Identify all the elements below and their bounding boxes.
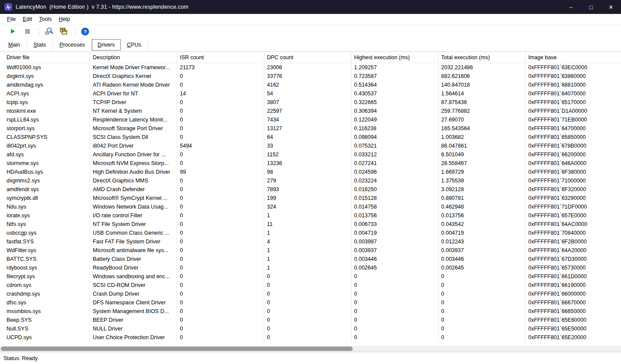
table-cell: 0.003937: [439, 246, 526, 255]
tab-stats[interactable]: Stats: [27, 38, 53, 51]
table-row[interactable]: dxgkrnl.sysDirectX Graphics Kernel033776…: [0, 72, 621, 81]
column-header-isr-count[interactable]: ISR count: [177, 52, 264, 63]
table-cell: Ntfs.sys: [0, 220, 90, 229]
table-cell: 0: [264, 281, 351, 290]
table-row[interactable]: fastfat.SYSFast FAT File System Driver04…: [0, 237, 621, 246]
table-row[interactable]: Ntfs.sysNT File System Driver0110.006733…: [0, 220, 621, 229]
column-header-dpc-count[interactable]: DPC count: [264, 52, 351, 63]
table-cell: 0: [177, 290, 264, 298]
menu-file[interactable]: File: [3, 15, 19, 23]
table-cell: 0.002645: [351, 263, 439, 272]
tab-cpus[interactable]: CPUs: [121, 38, 148, 51]
menu-tools[interactable]: Tools: [36, 15, 55, 23]
close-button[interactable]: ✕: [601, 0, 621, 14]
table-cell: 0: [177, 72, 264, 81]
table-cell: I/O rate control Filter: [90, 211, 177, 220]
table-row[interactable]: WdFilter.sysMicrosoft antimalware file s…: [0, 246, 621, 255]
table-cell: 0xFFFFF801`65850000: [526, 133, 621, 142]
table-cell: dxgmms2.sys: [0, 176, 90, 185]
maximize-button[interactable]: □: [581, 0, 601, 14]
table-row[interactable]: usbccgp.sysUSB Common Class Generic ...0…: [0, 229, 621, 237]
table-row[interactable]: HDAudBus.sysHigh Definition Audio Bus Dr…: [0, 168, 621, 176]
column-header-driver-file[interactable]: Driver file: [0, 52, 90, 63]
table-cell: Ancillary Function Driver for ...: [90, 150, 177, 159]
stop-monitor-button[interactable]: [21, 26, 34, 37]
table-row[interactable]: crashdmp.sysCrash Dump Driver00000xFFFFF…: [0, 290, 621, 298]
table-cell: 0: [264, 333, 351, 342]
minimize-button[interactable]: –: [561, 0, 581, 14]
start-monitor-button[interactable]: [6, 26, 19, 37]
listview-empty-space: [0, 342, 621, 346]
table-cell: 1152: [264, 150, 351, 159]
table-row[interactable]: symcryptk.dllMicrosoft® SymCrypt Kernel …: [0, 194, 621, 202]
table-cell: 28.558467: [439, 159, 526, 168]
tab-processes[interactable]: Processes: [53, 38, 92, 51]
app-icon: [4, 3, 12, 11]
table-row[interactable]: amdkmdag.sysATI Radeon Kernel Mode Drive…: [0, 81, 621, 89]
table-cell: 0.023224: [351, 176, 439, 185]
table-row[interactable]: CLASSPNP.SYSSCSI Class System Dll0640.09…: [0, 133, 621, 142]
table-row[interactable]: rspLLL64.sysResplendence Latency Monit..…: [0, 115, 621, 124]
table-cell: 0.122049: [351, 115, 439, 124]
table-row[interactable]: Ndu.sysWindows Network Data Usag...03240…: [0, 202, 621, 211]
column-header-highest-execution[interactable]: Highest execution (ms): [351, 52, 439, 63]
table-cell: 0.003937: [351, 246, 439, 255]
horizontal-scrollbar-thumb[interactable]: [1, 347, 353, 351]
column-header-total-execution[interactable]: Total execution (ms): [439, 52, 526, 63]
table-row[interactable]: filecrypt.sysWindows sandboxing and enc.…: [0, 272, 621, 281]
table-row[interactable]: amdfendr.sysAMD Crash Defender078930.016…: [0, 185, 621, 194]
table-row[interactable]: rdyboost.sysReadyBoost Driver010.0026450…: [0, 263, 621, 272]
tab-main[interactable]: Main: [2, 38, 27, 51]
table-cell: HDAudBus.sys: [0, 168, 90, 176]
report-windows-button[interactable]: [57, 26, 70, 37]
table-row[interactable]: dfsc.sysDFS Namespace Client Driver00000…: [0, 298, 621, 307]
column-header-description[interactable]: Description: [90, 52, 177, 63]
menu-help[interactable]: Help: [55, 15, 74, 23]
help-button[interactable]: ?: [78, 26, 91, 37]
table-cell: 0xFFFFF801`6F380000: [526, 168, 621, 176]
table-cell: CLASSPNP.SYS: [0, 133, 90, 142]
tab-drivers[interactable]: Drivers: [92, 39, 121, 51]
table-row[interactable]: Null.SYSNULL Driver00000xFFFFF801`65E500…: [0, 324, 621, 333]
table-row[interactable]: storport.sysMicrosoft Storage Port Drive…: [0, 124, 621, 133]
table-cell: DirectX Graphics MMS: [90, 176, 177, 185]
table-row[interactable]: Beep.SYSBEEP Driver00000xFFFFF801`65E600…: [0, 316, 621, 324]
table-cell: User Choice Protection Driver: [90, 333, 177, 342]
table-row[interactable]: cdrom.sysSCSI CD-ROM Driver00000xFFFFF80…: [0, 281, 621, 290]
table-cell: 0.012243: [439, 237, 526, 246]
table-row[interactable]: ntoskrnl.exeNT Kernel & System0225970.30…: [0, 107, 621, 115]
table-cell: 0: [177, 211, 264, 220]
horizontal-scrollbar[interactable]: [0, 346, 621, 352]
table-row[interactable]: ACPI.sysACPI Driver for NT14540.4305371.…: [0, 89, 621, 98]
table-cell: 0: [177, 272, 264, 281]
column-header-image-base[interactable]: Image base: [526, 52, 621, 63]
table-cell: 0xFFFFF801`68810000: [526, 81, 621, 89]
table-row[interactable]: mssmbios.sysSystem Management BIOS D...0…: [0, 307, 621, 316]
table-cell: 13127: [264, 124, 351, 133]
table-cell: 0.880781: [439, 194, 526, 202]
menu-tools-label: Tools: [39, 16, 52, 22]
table-row[interactable]: tcpip.sysTCP/IP Driver038070.32266587.87…: [0, 98, 621, 107]
table-cell: 0xFFFFF801`66670000: [526, 298, 621, 307]
table-cell: 0xFFFFF801`66190000: [526, 281, 621, 290]
table-cell: 0.033212: [351, 150, 439, 159]
table-cell: 0.014758: [351, 202, 439, 211]
table-cell: 0xFFFFF801`6F2B0000: [526, 237, 621, 246]
table-row[interactable]: afd.sysAncillary Function Driver for ...…: [0, 150, 621, 159]
analyze-drivers-button[interactable]: [42, 26, 55, 37]
menu-edit[interactable]: Edit: [19, 15, 36, 23]
table-row[interactable]: Wdf01000.sysKernel Mode Driver Framewor.…: [0, 63, 621, 72]
table-row[interactable]: dxgmms2.sysDirectX Graphics MMS02790.023…: [0, 176, 621, 185]
table-cell: 0.043542: [439, 220, 526, 229]
table-row[interactable]: stornvme.sysMicrosoft NVM Express Storp.…: [0, 159, 621, 168]
table-cell: 0.002645: [439, 263, 526, 272]
table-row[interactable]: BATTC.SYSBattery Class Driver010.0034460…: [0, 255, 621, 263]
table-cell: 0: [439, 290, 526, 298]
table-cell: 98: [264, 168, 351, 176]
table-row[interactable]: i8042prt.sysi8042 Port Driver5494330.075…: [0, 142, 621, 150]
table-row[interactable]: UCPD.sysUser Choice Protection Driver000…: [0, 333, 621, 342]
table-cell: 0xFFFFF801`64A20000: [526, 246, 621, 255]
table-row[interactable]: iorate.sysI/O rate control Filter010.013…: [0, 211, 621, 220]
table-cell: 0: [177, 107, 264, 115]
table-cell: 0xFFFFF801`65E60000: [526, 316, 621, 324]
